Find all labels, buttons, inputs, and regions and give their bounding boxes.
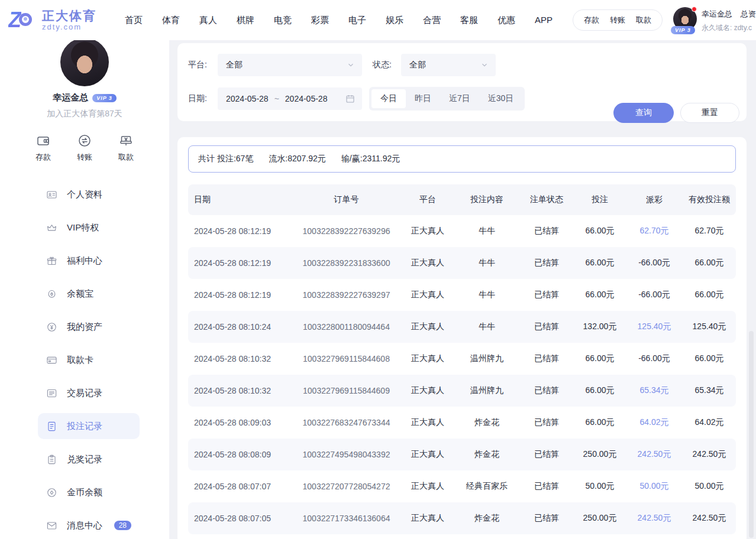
cell-valid-bet: 66.00元 <box>683 290 736 300</box>
main-nav: 首页体育真人棋牌电竞彩票电子娱乐合营客服优惠APP <box>125 15 553 26</box>
cell-bet-content: 牛牛 <box>454 258 519 268</box>
sidebar-item[interactable]: 个人资料 <box>38 181 140 207</box>
platform-select[interactable]: 全部 <box>218 54 362 76</box>
cell-payout: 125.40元 <box>626 322 683 332</box>
cell-bet-amount: 66.00元 <box>574 417 626 428</box>
cell-payout: -66.00元 <box>626 353 683 364</box>
cell-valid-bet: 242.50元 <box>683 449 736 460</box>
table-row: 2024-05-28 08:09:031003227683247673344正大… <box>188 407 736 439</box>
scrollbar-thumb[interactable] <box>749 331 754 538</box>
cell-bet-content: 牛牛 <box>454 226 519 236</box>
quick-action-transfer[interactable]: 转账 <box>77 134 92 163</box>
nav-item[interactable]: 首页 <box>125 15 143 26</box>
column-header: 派彩 <box>626 194 683 205</box>
quick-action-withdraw[interactable]: 取款 <box>118 134 134 163</box>
bank-card-icon <box>46 355 57 366</box>
range-button[interactable]: 昨日 <box>406 89 440 108</box>
cell-bet-amount: 66.00元 <box>574 226 626 236</box>
wallet-pill-item[interactable]: 转账 <box>610 15 625 25</box>
cell-status: 已结算 <box>519 322 574 332</box>
calendar-icon <box>345 94 355 103</box>
sidebar-item[interactable]: 兑奖记录 <box>38 446 140 472</box>
sidebar-item[interactable]: 交易记录 <box>38 380 140 406</box>
cell-date: 2024-05-28 08:10:24 <box>188 322 292 332</box>
transactions-icon <box>46 388 57 399</box>
nav-item[interactable]: 优惠 <box>497 15 515 26</box>
wallet-icon <box>36 134 50 148</box>
cell-payout: -66.00元 <box>626 258 683 268</box>
nav-item[interactable]: 棋牌 <box>237 15 254 26</box>
top-navbar: Z 正大体育 zdty.com 首页体育真人棋牌电竞彩票电子娱乐合营客服优惠AP… <box>0 0 756 40</box>
message-count-badge: 28 <box>114 521 131 530</box>
table-row: 2024-05-28 08:12:191003228392231833600正大… <box>188 247 736 279</box>
cell-status: 已结算 <box>519 449 574 460</box>
nav-item[interactable]: 娱乐 <box>386 15 403 26</box>
sidebar-item[interactable]: 福利中心 <box>38 248 140 274</box>
table-row: 2024-05-28 08:12:191003228392227639297正大… <box>188 279 736 311</box>
status-select[interactable]: 全部 <box>401 54 496 76</box>
cell-order-number: 1003227683247673344 <box>292 418 401 427</box>
cell-date: 2024-05-28 08:10:32 <box>188 386 292 395</box>
range-button[interactable]: 近7日 <box>440 89 479 108</box>
redeem-icon <box>46 454 57 465</box>
nav-item[interactable]: 电竞 <box>274 15 292 26</box>
column-header: 投注内容 <box>454 194 519 205</box>
sidebar-item[interactable]: 金币余额 <box>38 479 140 505</box>
profile-vip-badge: VIP 3 <box>92 94 117 102</box>
sidebar-item[interactable]: 我的资产 <box>38 314 140 340</box>
table-row: 2024-05-28 08:08:091003227495498043392正大… <box>188 439 736 470</box>
cell-platform: 正大真人 <box>401 449 454 460</box>
nav-item[interactable]: 彩票 <box>311 15 329 26</box>
id-card-icon <box>46 189 57 200</box>
table-row: 2024-05-28 08:07:051003227173346136064正大… <box>188 502 736 534</box>
cell-platform: 正大真人 <box>401 353 454 364</box>
notification-dot <box>692 7 697 12</box>
cell-order-number: 1003228001180094464 <box>292 322 401 332</box>
cell-status: 已结算 <box>519 353 574 364</box>
sidebar-item[interactable]: 余额宝 <box>38 281 140 307</box>
nav-item[interactable]: 客服 <box>460 15 478 26</box>
navbar-user[interactable]: VIP 3 幸运金总 总资 永久域名: zdty.c <box>673 7 756 33</box>
cell-bet-amount: 66.00元 <box>574 385 626 396</box>
cell-valid-bet: 242.50元 <box>683 513 736 524</box>
wallet-pill-item[interactable]: 存款 <box>584 15 599 25</box>
nav-item[interactable]: 体育 <box>162 15 180 26</box>
date-range-input[interactable]: 2024-05-28 ~ 2024-05-28 <box>218 87 362 110</box>
cell-order-number: 1003227207728054272 <box>292 482 401 491</box>
table-row: 2024-05-28 08:10:321003227969115844609正大… <box>188 375 736 407</box>
sidebar-item[interactable]: 投注记录 <box>38 413 140 439</box>
sidebar: 幸运金总 VIP 3 加入正大体育第87天 存款转账取款 个人资料VIP特权福利… <box>0 40 169 539</box>
nav-item[interactable]: 真人 <box>199 15 217 26</box>
cell-bet-content: 炸金花 <box>454 449 519 460</box>
user-name-suffix: 总资 <box>741 9 756 20</box>
nav-item[interactable]: 电子 <box>348 15 366 26</box>
sidebar-item[interactable]: VIP特权 <box>38 215 140 241</box>
cell-order-number: 1003227969115844609 <box>292 386 401 395</box>
brand-logo-icon: Z <box>8 8 37 32</box>
wallet-pill-item[interactable]: 取款 <box>636 15 651 25</box>
cell-payout: 65.34元 <box>626 385 683 396</box>
search-button[interactable]: 查询 <box>613 103 674 123</box>
cell-platform: 正大真人 <box>401 385 454 396</box>
sidebar-item[interactable]: 取款卡 <box>38 347 140 373</box>
cell-payout: 242.50元 <box>626 449 683 460</box>
cell-order-number: 1003228392231833600 <box>292 258 401 268</box>
nav-item[interactable]: 合营 <box>423 15 441 26</box>
reset-button[interactable]: 重置 <box>680 103 739 123</box>
quick-action-wallet[interactable]: 存款 <box>35 134 51 163</box>
table-row: 2024-05-28 08:10:241003228001180094464正大… <box>188 311 736 343</box>
table-row: 2024-05-28 08:10:321003227969115844608正大… <box>188 343 736 375</box>
brand-logo[interactable]: Z 正大体育 zdty.com <box>8 8 96 32</box>
column-header: 订单号 <box>292 194 401 205</box>
range-button[interactable]: 今日 <box>371 89 406 108</box>
coin-icon <box>46 487 57 498</box>
sidebar-item[interactable]: 消息中心28 <box>38 512 140 538</box>
range-button[interactable]: 近30日 <box>479 89 523 108</box>
nav-item[interactable]: APP <box>535 15 553 26</box>
cell-bet-amount: 50.00元 <box>574 481 626 492</box>
cell-bet-amount: 66.00元 <box>574 353 626 364</box>
cell-date: 2024-05-28 08:07:05 <box>188 514 292 523</box>
column-header: 平台 <box>401 194 454 205</box>
avatar[interactable]: VIP 3 <box>673 7 697 31</box>
profile-avatar[interactable] <box>60 38 109 86</box>
